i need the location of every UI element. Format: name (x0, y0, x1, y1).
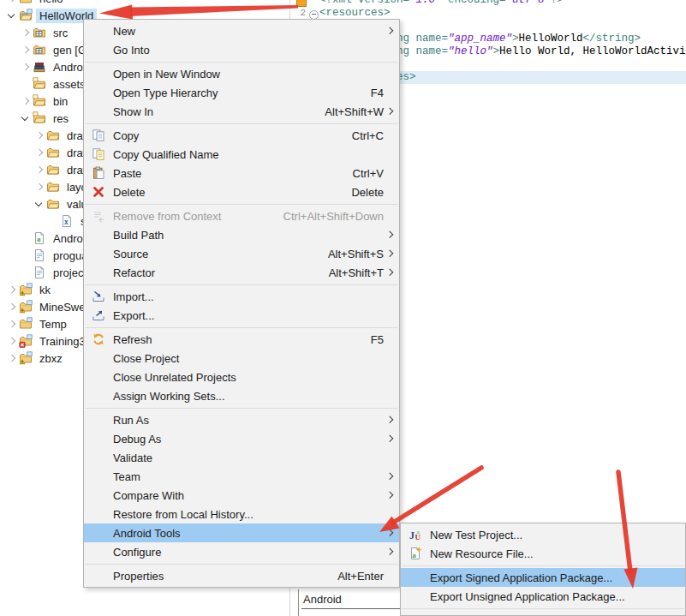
menu-item-export-signed-application-package[interactable]: Export Signed Application Package... (401, 568, 685, 587)
tree-item-hello[interactable]: hello (5, 0, 66, 7)
menu-item-label: Debug As (113, 433, 384, 446)
export-icon (89, 308, 108, 322)
menu-icon-placeholder (89, 507, 108, 521)
menu-item-go-into[interactable]: Go Into (84, 40, 399, 59)
menu-item-export[interactable]: Export... (84, 306, 399, 325)
package-folder-icon (33, 43, 46, 57)
menu-item-label: Copy (113, 129, 337, 142)
menu-separator (402, 608, 684, 609)
tree-expander-icon[interactable] (19, 41, 33, 58)
tree-item-bin[interactable]: bin (19, 93, 71, 110)
menu-item-accelerator: Ctrl+C (352, 129, 384, 142)
menu-item-label: Build Path (113, 229, 384, 242)
tree-item-kk[interactable]: kk (5, 281, 54, 298)
xml-file-icon: x (60, 214, 74, 228)
tree-expander-icon[interactable] (33, 178, 46, 195)
code-segment: "1.0" (409, 0, 442, 6)
menu-icon-placeholder (89, 351, 108, 365)
menu-item-label: Refactor (113, 266, 313, 279)
tree-item-training3[interactable]: Training3 (5, 332, 89, 350)
menu-item-build-path[interactable]: Build Path (84, 225, 399, 244)
menu-item-copy-qualified-name[interactable]: Copy Qualified Name (84, 145, 399, 164)
menu-item-delete[interactable]: DeleteDelete (84, 182, 399, 201)
menu-icon-placeholder (406, 589, 425, 603)
tree-expander-icon[interactable] (19, 110, 33, 127)
code-segment: > (512, 33, 519, 45)
menu-item-label: Team (113, 470, 384, 483)
library-icon (33, 60, 46, 74)
menu-icon-placeholder (89, 469, 108, 483)
tree-item-assets[interactable]: assets (19, 75, 89, 93)
tree-expander-icon[interactable] (19, 93, 33, 110)
menu-item-source[interactable]: SourceAlt+Shift+S (84, 244, 399, 263)
submenu-chevron-placeholder (384, 505, 394, 523)
menu-item-assign-working-sets[interactable]: Assign Working Sets... (84, 386, 399, 405)
submenu-chevron-placeholder (384, 84, 394, 101)
tree-expander-icon[interactable] (33, 127, 46, 144)
tree-expander-icon[interactable] (5, 0, 19, 7)
tree-expander-icon[interactable] (5, 315, 19, 332)
menu-item-debug-as[interactable]: Debug As (84, 429, 399, 448)
menu-item-refactor[interactable]: RefactorAlt+Shift+T (84, 263, 399, 282)
menu-item-android-tools[interactable]: Android Tools (84, 523, 399, 542)
submenu-chevron-placeholder (384, 331, 394, 348)
menu-item-import[interactable]: Import... (84, 287, 399, 306)
project-closed-icon (19, 334, 33, 348)
menu-item-new-resource-file[interactable]: aNew Resource File... (401, 544, 685, 563)
menu-item-properties[interactable]: PropertiesAlt+Enter (84, 566, 399, 585)
tree-expander-icon[interactable] (19, 58, 33, 75)
menu-item-refresh[interactable]: RefreshF5 (84, 330, 399, 349)
menu-item-close-unrelated-projects[interactable]: Close Unrelated Projects (84, 368, 399, 386)
tree-expander-icon[interactable] (5, 332, 19, 350)
menu-item-new[interactable]: New (84, 21, 399, 40)
tree-expander-icon[interactable] (33, 161, 46, 178)
android-field[interactable]: Android (301, 592, 401, 609)
menu-item-run-as[interactable]: Run As (84, 410, 399, 429)
menu-item-restore-from-local-history[interactable]: Restore from Local History... (84, 505, 399, 523)
menu-item-accelerator: Alt+Shift+W (325, 105, 384, 118)
menu-item-validate[interactable]: Validate (84, 448, 399, 467)
tree-expander-icon[interactable] (5, 281, 19, 298)
menu-item-accelerator: Alt+Shift+T (329, 266, 384, 279)
menu-item-new-test-project[interactable]: JUaNew Test Project... (401, 525, 685, 544)
menu-icon-placeholder (89, 24, 108, 38)
tree-expander-icon[interactable] (19, 24, 33, 41)
menu-item-label: New Test Project... (430, 529, 670, 541)
menu-item-label: Paste (113, 167, 337, 180)
menu-item-paste[interactable]: PasteCtrl+V (84, 164, 399, 182)
menu-item-close-project[interactable]: Close Project (84, 349, 399, 368)
submenu-chevron-icon (384, 487, 394, 504)
submenu-chevron-icon (384, 468, 394, 485)
menu-item-team[interactable]: Team (84, 467, 399, 486)
menu-icon-placeholder (89, 266, 108, 279)
submenu-chevron-placeholder (384, 146, 394, 163)
menu-item-open-type-hierarchy[interactable]: Open Type HierarchyF4 (84, 83, 399, 102)
menu-item-copy[interactable]: CopyCtrl+C (84, 126, 399, 145)
delete-icon (89, 185, 108, 199)
menu-item-show-in[interactable]: Show InAlt+Shift+W (84, 102, 399, 121)
submenu-chevron-placeholder (384, 368, 394, 386)
package-folder-icon (33, 26, 46, 39)
tree-item-src[interactable]: src (19, 24, 71, 41)
folder-badge-icon (33, 77, 46, 91)
tree-expander-icon[interactable] (5, 350, 19, 367)
menu-item-configure[interactable]: Configure (84, 542, 399, 561)
tree-expander-icon[interactable] (33, 195, 46, 212)
menu-item-open-in-new-window[interactable]: Open in New Window (84, 64, 399, 83)
submenu-chevron-icon (384, 411, 394, 428)
eclipse-window: helloHelloWorldsrcgen [Generated Java Fi… (0, 0, 686, 616)
submenu-chevron-icon (384, 543, 394, 560)
menu-item-compare-with[interactable]: Compare With (84, 486, 399, 505)
tree-expander-icon[interactable] (5, 7, 19, 24)
menu-item-export-unsigned-application-package[interactable]: Export Unsigned Application Package... (401, 587, 685, 606)
fold-collapse-icon[interactable] (309, 10, 319, 20)
folder-badge-icon (33, 111, 46, 125)
tree-expander-icon[interactable] (33, 144, 46, 161)
tree-expander-icon[interactable] (5, 298, 19, 315)
tree-item-res[interactable]: res (19, 110, 72, 127)
menu-icon-placeholder (406, 571, 425, 584)
tree-item-temp[interactable]: Temp (5, 315, 70, 332)
project-closed-icon (19, 0, 33, 5)
menu-icon-placeholder (89, 451, 108, 464)
tree-item-zbxz[interactable]: zbxz (5, 350, 66, 367)
